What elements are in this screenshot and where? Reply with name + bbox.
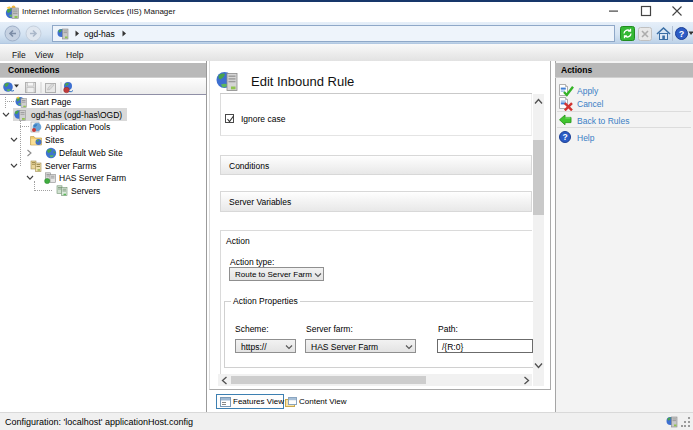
svg-text:?: ? — [562, 132, 567, 142]
svg-text:?: ? — [679, 29, 685, 39]
